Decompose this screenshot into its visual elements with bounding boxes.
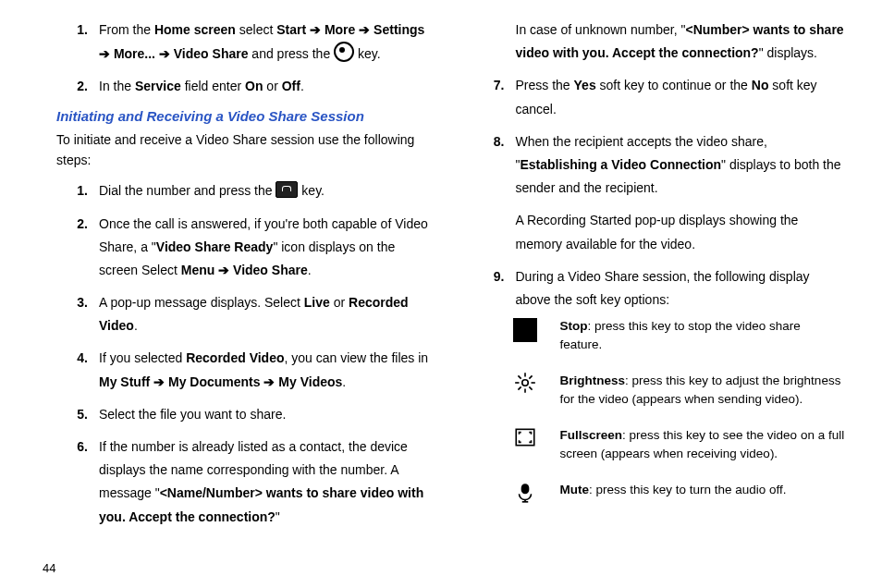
step-item: 2.In the Service field enter On or Off. [51, 75, 429, 98]
step-number: 7. [468, 74, 516, 120]
step-item: 7.Press the Yes soft key to continue or … [468, 74, 846, 120]
option-text: Brightness: press this key to adjust the… [560, 372, 846, 408]
step-item: 4.If you selected Recorded Video, you ca… [51, 347, 429, 393]
step-item: 1.From the Home screen select Start ➔ Mo… [51, 18, 429, 66]
step-number: 3. [51, 291, 99, 337]
option-icon-wrap [512, 317, 538, 343]
step-number: 1. [51, 18, 99, 66]
option-text: Stop: press this key to stop the video s… [560, 317, 846, 353]
step-item: 3.A pop-up message displays. Select Live… [51, 291, 429, 337]
step-item: 6.If the number is already listed as a c… [51, 435, 429, 529]
option-icon-wrap [512, 372, 538, 398]
step-text: Press the Yes soft key to continue or th… [516, 74, 846, 120]
option-text: Fullscreen: press this key to see the vi… [560, 426, 846, 462]
step-text: Dial the number and press the key. [99, 179, 429, 202]
steps-list-a: 1.From the Home screen select Start ➔ Mo… [51, 18, 429, 99]
svg-line-8 [529, 375, 532, 378]
page-number: 44 [43, 561, 55, 575]
step-item: 1.Dial the number and press the key. [51, 179, 429, 202]
brightness-icon [513, 371, 537, 399]
step-number: 6. [51, 435, 99, 529]
svg-line-5 [518, 375, 521, 378]
step-text: Select the file you want to share. [99, 403, 429, 426]
steps-list-b: 1.Dial the number and press the key.2.On… [51, 179, 429, 528]
section-lead: To initiate and receive a Video Share se… [56, 129, 429, 171]
option-icon-wrap [512, 481, 538, 507]
step-number: 2. [51, 213, 99, 283]
step-number: 5. [51, 403, 99, 426]
option-icon-wrap [512, 426, 538, 452]
svg-point-0 [521, 379, 528, 386]
ok-key-icon [334, 42, 354, 62]
option-text: Mute: press this key to turn the audio o… [560, 481, 846, 499]
step-number: 4. [51, 347, 99, 393]
step-text: If you selected Recorded Video, you can … [99, 347, 429, 393]
option-item: Fullscreen: press this key to see the vi… [512, 426, 846, 462]
step-item: 8.When the recipient accepts the video s… [468, 130, 846, 201]
svg-line-7 [518, 386, 521, 389]
option-item: Brightness: press this key to adjust the… [512, 372, 846, 408]
call-key-icon [276, 181, 298, 198]
step-text: If the number is already listed as a con… [99, 435, 429, 529]
option-item: Stop: press this key to stop the video s… [512, 317, 846, 353]
mute-icon [513, 480, 537, 508]
svg-rect-10 [521, 484, 529, 494]
steps-list-c: 7.Press the Yes soft key to continue or … [468, 74, 846, 200]
step-number: 1. [51, 179, 99, 202]
step-text: From the Home screen select Start ➔ More… [99, 18, 429, 66]
step-item: 9.During a Video Share session, the foll… [468, 265, 846, 312]
stop-icon [513, 318, 537, 342]
step-number: 2. [51, 75, 99, 98]
section-heading: Initiating and Receiving a Video Share S… [56, 108, 429, 124]
steps-list-d: 9.During a Video Share session, the foll… [468, 265, 846, 312]
after-step-8-text: A Recording Started pop-up displays show… [516, 209, 846, 255]
step-number: 8. [468, 130, 516, 201]
step-item: 2.Once the call is answered, if you're b… [51, 213, 429, 283]
svg-line-6 [529, 386, 532, 389]
step-text: Once the call is answered, if you're bot… [99, 213, 429, 283]
fullscreen-icon [513, 425, 537, 454]
after-step-6-text: In case of unknown number, "<Number> wan… [516, 18, 846, 65]
step-text: During a Video Share session, the follow… [516, 265, 846, 312]
step-text: When the recipient accepts the video sha… [516, 130, 846, 201]
option-item: Mute: press this key to turn the audio o… [512, 481, 846, 507]
step-item: 5.Select the file you want to share. [51, 403, 429, 426]
step-text: In the Service field enter On or Off. [99, 75, 429, 98]
step-number: 9. [468, 265, 516, 312]
manual-page: 1.From the Home screen select Start ➔ Mo… [0, 0, 882, 564]
step-text: A pop-up message displays. Select Live o… [99, 291, 429, 337]
